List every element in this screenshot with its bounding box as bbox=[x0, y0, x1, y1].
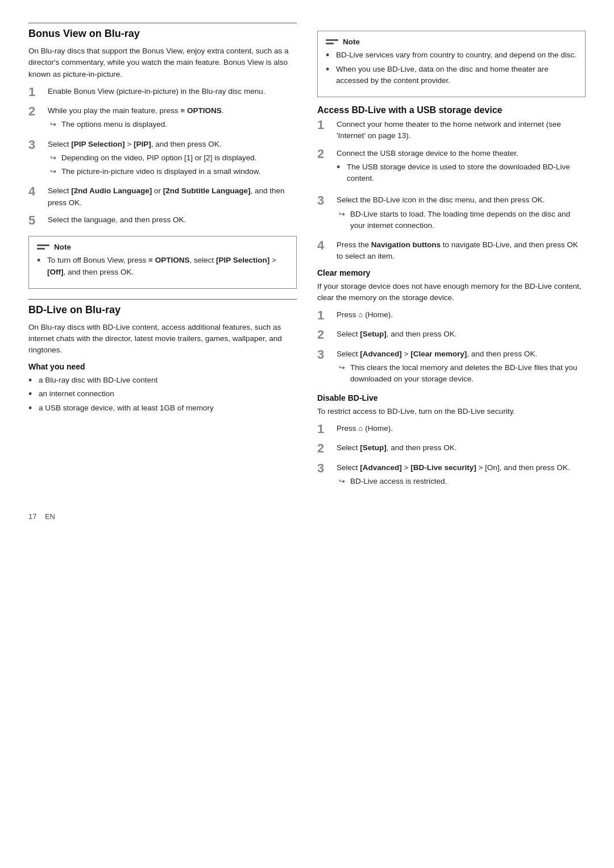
step-content: Select [PIP Selection] > [PIP], and then… bbox=[48, 139, 297, 180]
arrow-text: The options menu is displayed. bbox=[61, 119, 167, 130]
bonus-view-steps: 1 Enable Bonus View (picture-in-picture)… bbox=[28, 86, 297, 229]
bullet: • bbox=[337, 161, 345, 174]
usb-step-3: 3 Select the BD-Live icon in the disc me… bbox=[317, 194, 586, 234]
options-label: OPTIONS bbox=[187, 106, 222, 115]
step-content: Connect the USB storage device to the ho… bbox=[337, 148, 586, 189]
bdlive-intro: On Blu-ray discs with BD-Live content, a… bbox=[28, 322, 297, 356]
step-arrow: ↪ The options menu is displayed. bbox=[48, 119, 297, 130]
need-item-3: • a USB storage device, with at least 1G… bbox=[28, 402, 297, 415]
note-list: • To turn off Bonus View, press ≡ OPTION… bbox=[37, 255, 288, 278]
need-text: a USB storage device, with at least 1GB … bbox=[39, 402, 214, 414]
bonus-step-5: 5 Select the language, and then press OK… bbox=[28, 214, 297, 228]
page-lang: EN bbox=[45, 512, 55, 521]
clear-memory-steps: 1 Press ⌂ (Home). 2 Select [Setup], and … bbox=[317, 309, 586, 388]
step-content: Select [Setup], and then press OK. bbox=[337, 442, 586, 454]
disable-bdlive-intro: To restrict access to BD-Live, turn on t… bbox=[317, 406, 586, 417]
access-usb-title: Access BD-Live with a USB storage device bbox=[317, 105, 586, 115]
page-footer: 17 EN bbox=[28, 512, 586, 521]
page-number: 17 bbox=[28, 512, 36, 521]
step-content: Select [2nd Audio Language] or [2nd Subt… bbox=[48, 185, 297, 209]
usb-step-1: 1 Connect your home theater to the home … bbox=[317, 119, 586, 142]
bonus-view-title: Bonus View on Blu-ray bbox=[28, 28, 297, 40]
bonus-step-3: 3 Select [PIP Selection] > [PIP], and th… bbox=[28, 139, 297, 180]
step-content: Press ⌂ (Home). bbox=[337, 423, 586, 434]
step-content: Press the Navigation buttons to navigate… bbox=[337, 239, 586, 263]
step-content: Enable Bonus View (picture-in-picture) i… bbox=[48, 86, 297, 97]
step-number: 2 bbox=[317, 441, 333, 456]
step-arrow-2: ↪ The picture-in-picture video is displa… bbox=[48, 166, 297, 177]
clear-step-2: 2 Select [Setup], and then press OK. bbox=[317, 329, 586, 342]
step-number: 4 bbox=[28, 184, 44, 199]
step-content: Select [Advanced] > [BD-Live security] >… bbox=[337, 462, 586, 490]
right-note-list: • BD-Live services vary from country to … bbox=[326, 49, 577, 86]
step-number: 2 bbox=[28, 104, 44, 119]
bullet: • bbox=[28, 402, 36, 415]
note-header: Note bbox=[37, 242, 288, 251]
pip-selection-label: [PIP Selection] bbox=[71, 140, 125, 148]
arrow-icon: ↪ bbox=[339, 362, 347, 373]
step-content: Select [Advanced] > [Clear memory], and … bbox=[337, 348, 586, 388]
usb-step-2: 2 Connect the USB storage device to the … bbox=[317, 148, 586, 189]
bullet: • bbox=[326, 49, 334, 62]
pip-label: [PIP] bbox=[134, 140, 151, 148]
advanced-label: [Advanced] bbox=[360, 350, 402, 358]
step-number: 3 bbox=[317, 193, 333, 208]
need-item-1: • a Blu-ray disc with BD-Live content bbox=[28, 375, 297, 387]
step-content: Select the language, and then press OK. bbox=[48, 214, 297, 226]
right-note-item-2: • When you use BD-Live, data on the disc… bbox=[326, 64, 577, 87]
usb-step-4: 4 Press the Navigation buttons to naviga… bbox=[317, 239, 586, 263]
clear-memory-label: [Clear memory] bbox=[410, 350, 467, 358]
need-text: a Blu-ray disc with BD-Live content bbox=[39, 375, 157, 386]
arrow-icon: ↪ bbox=[339, 476, 347, 487]
right-note-item-1: • BD-Live services vary from country to … bbox=[326, 49, 577, 62]
disable-bdlive-title: Disable BD-Live bbox=[317, 393, 586, 402]
disable-step-2: 2 Select [Setup], and then press OK. bbox=[317, 442, 586, 456]
disable-step-1: 1 Press ⌂ (Home). bbox=[317, 423, 586, 437]
step-arrow: ↪ This clears the local memory and delet… bbox=[337, 362, 586, 385]
what-you-need-list: • a Blu-ray disc with BD-Live content • … bbox=[28, 375, 297, 415]
step-number: 3 bbox=[317, 461, 333, 476]
bullet: • bbox=[28, 388, 36, 401]
bonus-step-4: 4 Select [2nd Audio Language] or [2nd Su… bbox=[28, 185, 297, 209]
clear-step-1: 1 Press ⌂ (Home). bbox=[317, 309, 586, 323]
arrow-text: This clears the local memory and deletes… bbox=[350, 362, 586, 385]
options-icon-inline: ≡ bbox=[180, 106, 185, 115]
2nd-subtitle-label: [2nd Subtitle Language] bbox=[163, 186, 251, 195]
bonus-view-intro: On Blu-ray discs that support the Bonus … bbox=[28, 45, 297, 80]
step-number: 3 bbox=[317, 347, 333, 362]
clear-memory-title: Clear memory bbox=[317, 268, 586, 277]
what-you-need-title: What you need bbox=[28, 362, 297, 371]
step-content: Connect your home theater to the home ne… bbox=[337, 119, 586, 142]
note-label: Note bbox=[54, 243, 71, 251]
step-number: 1 bbox=[317, 422, 333, 437]
step-arrow-1: ↪ Depending on the video, PIP option [1]… bbox=[48, 152, 297, 164]
step-number: 1 bbox=[28, 85, 44, 99]
arrow-text: BD-Live access is restricted. bbox=[350, 476, 447, 487]
arrow-icon: ↪ bbox=[339, 209, 347, 220]
step-number: 3 bbox=[28, 138, 44, 152]
bullet: • bbox=[37, 255, 45, 267]
note-item: • To turn off Bonus View, press ≡ OPTION… bbox=[37, 255, 288, 278]
usb-bullet-item: • The USB storage device is used to stor… bbox=[337, 161, 586, 185]
navigation-buttons-label: Navigation buttons bbox=[371, 240, 441, 249]
section-divider-bonus bbox=[28, 23, 297, 23]
usb-bullet-text: The USB storage device is used to store … bbox=[347, 161, 586, 185]
bonus-step-2: 2 While you play the main feature, press… bbox=[28, 105, 297, 133]
note-icon bbox=[326, 37, 338, 46]
clear-memory-intro: If your storage device does not have eno… bbox=[317, 281, 586, 304]
note-item-text: BD-Live services vary from country to co… bbox=[336, 49, 576, 61]
2nd-audio-label: [2nd Audio Language] bbox=[71, 186, 152, 195]
advanced-label: [Advanced] bbox=[360, 463, 402, 472]
bonus-step-1: 1 Enable Bonus View (picture-in-picture)… bbox=[28, 86, 297, 99]
note-item-text: To turn off Bonus View, press ≡ OPTIONS,… bbox=[47, 255, 288, 278]
arrow-icon: ↪ bbox=[50, 166, 58, 177]
step-number: 5 bbox=[28, 213, 44, 228]
disable-step-3: 3 Select [Advanced] > [BD-Live security]… bbox=[317, 462, 586, 490]
page-layout: Bonus View on Blu-ray On Blu-ray discs t… bbox=[28, 23, 586, 495]
right-note: Note • BD-Live services vary from countr… bbox=[317, 31, 586, 97]
bdlive-security-label: [BD-Live security] bbox=[410, 463, 476, 472]
need-item-2: • an internet connection bbox=[28, 388, 297, 401]
setup-label: [Setup] bbox=[360, 330, 387, 338]
arrow-icon: ↪ bbox=[50, 119, 58, 130]
arrow-text: Depending on the video, PIP option [1] o… bbox=[61, 152, 256, 164]
